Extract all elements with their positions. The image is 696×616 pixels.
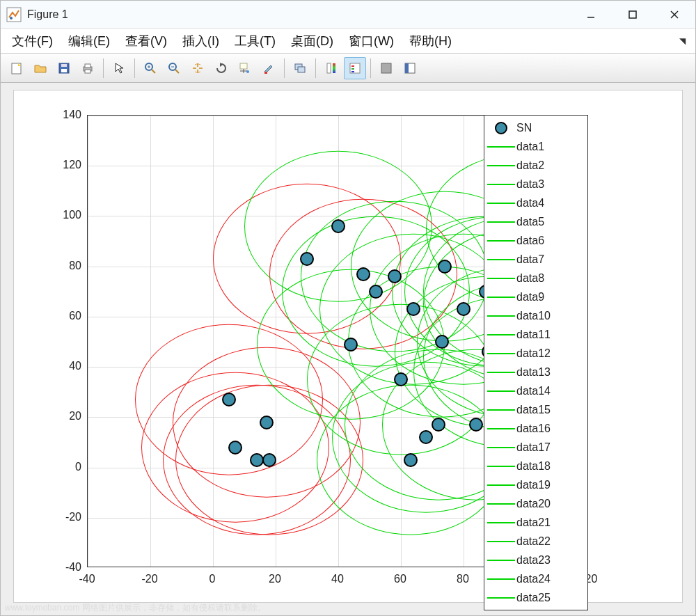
- sn-node[interactable]: [262, 453, 276, 467]
- sn-node[interactable]: [419, 430, 433, 444]
- save-button[interactable]: [53, 57, 75, 79]
- sn-node[interactable]: [369, 285, 383, 299]
- x-tick-label: 40: [320, 573, 355, 585]
- legend-entry[interactable]: data18: [486, 457, 586, 475]
- sn-node[interactable]: [222, 393, 236, 406]
- legend-entry[interactable]: data13: [486, 363, 586, 381]
- window-title: Figure 1: [27, 8, 570, 21]
- brush-button[interactable]: [258, 57, 280, 79]
- legend-entry[interactable]: data5: [486, 212, 586, 231]
- y-tick-label: 100: [40, 209, 81, 221]
- sn-node[interactable]: [388, 269, 402, 283]
- hide-plot-tools-button[interactable]: [375, 57, 397, 79]
- legend-entry[interactable]: data12: [486, 344, 586, 363]
- legend-entry[interactable]: data21: [486, 513, 586, 532]
- line-swatch-icon: [487, 484, 515, 486]
- minimize-button[interactable]: [570, 1, 612, 29]
- line-swatch-icon: [487, 165, 515, 166]
- menu-tools[interactable]: 工具(T): [229, 31, 281, 52]
- sn-node[interactable]: [228, 441, 242, 455]
- legend-entry[interactable]: data4: [486, 194, 586, 212]
- legend-entry[interactable]: data23: [486, 551, 586, 569]
- legend-entry-sn[interactable]: SN: [486, 118, 586, 137]
- legend-entry[interactable]: data6: [486, 231, 586, 250]
- legend-entry[interactable]: data11: [486, 325, 586, 344]
- rotate-button[interactable]: [210, 57, 232, 79]
- sn-node[interactable]: [457, 302, 470, 316]
- legend-label: data3: [516, 178, 544, 191]
- sn-node[interactable]: [300, 252, 314, 266]
- legend-button[interactable]: [344, 57, 366, 79]
- sn-node[interactable]: [432, 418, 445, 432]
- legend-entry[interactable]: data9: [486, 287, 586, 306]
- sn-node[interactable]: [356, 267, 370, 281]
- legend-label: data8: [516, 272, 544, 285]
- sn-node[interactable]: [394, 372, 408, 386]
- legend-entry[interactable]: data24: [486, 569, 586, 588]
- close-button[interactable]: [654, 1, 695, 29]
- new-figure-button[interactable]: [6, 57, 28, 79]
- legend-entry[interactable]: data17: [486, 438, 586, 457]
- legend-label: data1: [516, 141, 544, 153]
- legend-entry[interactable]: data20: [486, 494, 586, 513]
- menu-help[interactable]: 帮助(H): [404, 31, 457, 52]
- legend-entry[interactable]: data14: [486, 381, 586, 400]
- svg-point-1: [10, 17, 13, 19]
- menu-view[interactable]: 查看(V): [120, 31, 173, 52]
- legend-entry[interactable]: data7: [486, 250, 586, 269]
- menu-insert[interactable]: 插入(I): [177, 31, 225, 52]
- pan-button[interactable]: [187, 57, 209, 79]
- legend[interactable]: SN data1data2data3data4data5data6data7da…: [484, 115, 588, 610]
- menu-desktop[interactable]: 桌面(D): [285, 31, 339, 52]
- menu-edit[interactable]: 编辑(E): [63, 31, 116, 52]
- legend-label: data13: [516, 366, 551, 379]
- zoom-out-button[interactable]: [163, 57, 185, 79]
- toolbar-separator: [315, 58, 316, 78]
- toolbar-separator: [370, 58, 371, 78]
- line-swatch-icon: [487, 447, 515, 448]
- legend-label: data20: [516, 498, 551, 510]
- legend-entry[interactable]: data1: [486, 137, 586, 156]
- show-plot-tools-button[interactable]: [399, 57, 421, 79]
- colorbar-button[interactable]: [320, 57, 342, 79]
- sn-node[interactable]: [406, 302, 420, 316]
- line-swatch-icon: [487, 184, 515, 185]
- y-tick-label: 40: [40, 360, 81, 372]
- edit-plot-button[interactable]: [108, 57, 130, 79]
- sn-node[interactable]: [435, 335, 449, 349]
- legend-entry[interactable]: data19: [486, 475, 586, 494]
- legend-label: data10: [516, 310, 551, 322]
- legend-entry[interactable]: data10: [486, 306, 586, 325]
- sn-node[interactable]: [438, 260, 452, 274]
- line-swatch-icon: [487, 278, 515, 279]
- legend-entry[interactable]: data3: [486, 175, 586, 194]
- open-button[interactable]: [29, 57, 52, 79]
- line-swatch-icon: [487, 353, 515, 354]
- sn-node[interactable]: [260, 416, 274, 429]
- menubar-overflow-icon[interactable]: ◥: [679, 36, 690, 46]
- legend-entry[interactable]: data8: [486, 269, 586, 287]
- sn-node[interactable]: [469, 418, 483, 432]
- legend-label: data11: [516, 329, 551, 341]
- link-button[interactable]: [289, 57, 311, 79]
- print-button[interactable]: [77, 57, 99, 79]
- sn-node[interactable]: [404, 453, 418, 467]
- data-cursor-button[interactable]: [234, 57, 256, 79]
- maximize-button[interactable]: [612, 1, 654, 29]
- legend-entry[interactable]: data25: [486, 588, 586, 607]
- x-tick-label: 0: [195, 573, 230, 585]
- y-tick-label: 0: [40, 461, 81, 473]
- line-swatch-icon: [487, 390, 515, 392]
- zoom-in-button[interactable]: [139, 57, 161, 79]
- sn-node[interactable]: [344, 338, 358, 352]
- legend-label: data17: [516, 441, 551, 454]
- legend-entry[interactable]: data22: [486, 532, 586, 551]
- legend-entry[interactable]: data16: [486, 419, 586, 438]
- legend-entry[interactable]: data15: [486, 400, 586, 419]
- axes[interactable]: -40-20020406080100120140 -40-20020406080…: [87, 115, 588, 567]
- sn-node[interactable]: [250, 453, 264, 467]
- menu-file[interactable]: 文件(F): [6, 31, 58, 52]
- legend-entry[interactable]: data2: [486, 156, 586, 175]
- menu-window[interactable]: 窗口(W): [343, 31, 400, 52]
- sn-node[interactable]: [331, 219, 345, 233]
